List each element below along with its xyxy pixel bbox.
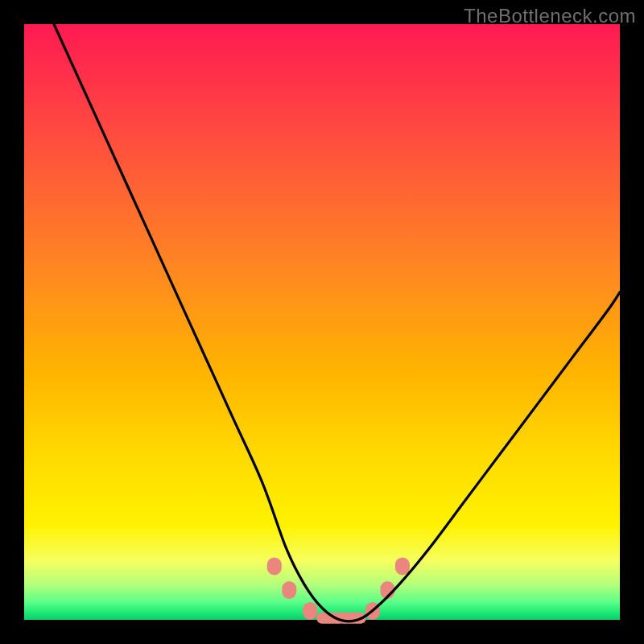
- bottleneck-curve: [54, 24, 620, 621]
- trough-marker: [267, 557, 282, 575]
- trough-marker: [395, 557, 410, 575]
- trough-markers-layer: [267, 557, 410, 623]
- chart-svg: [24, 24, 620, 620]
- trough-marker: [303, 602, 317, 620]
- trough-marker: [282, 581, 296, 599]
- chart-frame: TheBottleneck.com: [0, 0, 644, 644]
- plot-area: [24, 24, 620, 620]
